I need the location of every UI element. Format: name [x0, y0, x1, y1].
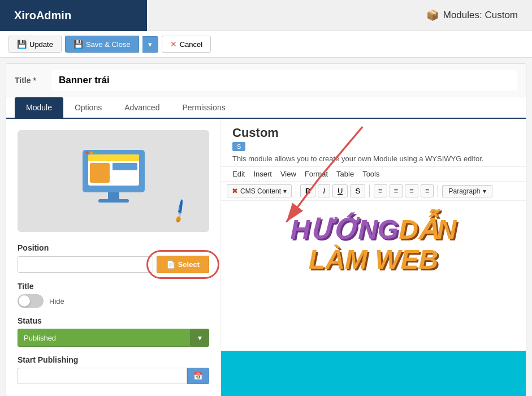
underline-button[interactable]: U: [332, 184, 348, 197]
banner-line2: LÀM WEB: [238, 245, 509, 275]
italic-button[interactable]: I: [318, 184, 330, 197]
align-left-button[interactable]: ≡: [374, 184, 387, 197]
position-input[interactable]: [18, 256, 153, 273]
banner-url: www.xiroweb.com: [323, 279, 423, 295]
align-justify-button[interactable]: ≡: [421, 184, 434, 197]
status-dropdown-button[interactable]: ▾: [191, 329, 209, 347]
menu-view[interactable]: View: [280, 170, 296, 178]
page-title: 📦 Modules: Custom: [426, 9, 518, 21]
banner-line1: HƯỚNGDẪN: [238, 215, 509, 245]
cms-content-dropdown[interactable]: ✖ CMS Content ▾: [227, 184, 292, 197]
tab-module[interactable]: Module: [15, 97, 63, 118]
menu-insert[interactable]: Insert: [253, 170, 272, 178]
status-section: Status Published ▾: [18, 316, 209, 347]
title-section: Title Hide: [18, 282, 209, 308]
editor-module-title: Custom: [232, 126, 514, 140]
start-publishing-input[interactable]: [18, 368, 187, 384]
editor-content-area[interactable]: HƯỚNGDẪN LÀM WEB www.xiroweb.com: [221, 201, 526, 396]
title-toggle[interactable]: [18, 294, 44, 308]
status-label: Status: [18, 316, 209, 325]
tab-permissions[interactable]: Permissions: [171, 97, 236, 118]
update-button[interactable]: 💾 Update: [8, 36, 62, 53]
joomla-icon: ✖: [232, 187, 238, 195]
tab-options[interactable]: Options: [63, 97, 113, 118]
cancel-icon: ✕: [170, 40, 177, 49]
svg-rect-5: [108, 192, 119, 199]
start-publishing-section: Start Publishing 📅: [18, 355, 209, 384]
save-dropdown-button[interactable]: ▾: [142, 36, 158, 53]
start-publishing-label: Start Publishing: [18, 355, 209, 364]
editor-subtitle-badge: S: [232, 142, 245, 151]
svg-rect-2: [88, 154, 139, 161]
menu-format[interactable]: Format: [305, 170, 328, 178]
position-label: Position: [18, 243, 209, 252]
cms-dropdown-icon: ▾: [283, 187, 287, 195]
strikethrough-button[interactable]: S: [350, 184, 365, 197]
align-right-button[interactable]: ≡: [405, 184, 418, 197]
modules-icon: 📦: [426, 9, 439, 21]
status-select[interactable]: Published: [18, 329, 191, 347]
file-icon: 📄: [166, 260, 175, 269]
save-icon: 💾: [17, 40, 27, 49]
title-input[interactable]: [51, 70, 517, 91]
editor-description: This module allows you to create your ow…: [221, 151, 526, 166]
cancel-button[interactable]: ✕ Cancel: [162, 36, 211, 53]
menu-edit[interactable]: Edit: [232, 170, 245, 178]
position-section: Position 📄 Select: [18, 243, 209, 273]
svg-rect-6: [98, 199, 129, 203]
brand-logo: XiroAdmin: [0, 9, 147, 22]
svg-rect-4: [113, 163, 137, 170]
menu-tools[interactable]: Tools: [362, 170, 379, 178]
align-center-button[interactable]: ≡: [390, 184, 403, 197]
bold-button[interactable]: B: [300, 184, 315, 197]
save-close-icon: 💾: [73, 40, 83, 49]
toggle-label: Hide: [49, 297, 64, 305]
svg-point-9: [94, 152, 97, 154]
save-close-button[interactable]: 💾 Save & Close: [65, 36, 139, 53]
title-section-label: Title: [18, 282, 209, 291]
menu-table[interactable]: Table: [336, 170, 354, 178]
select-button[interactable]: 📄 Select: [157, 256, 209, 273]
tab-advanced[interactable]: Advanced: [113, 97, 171, 118]
format-dropdown-icon: ▾: [483, 187, 486, 195]
svg-point-8: [90, 152, 93, 154]
module-preview: 🖌️: [18, 130, 209, 232]
svg-point-7: [85, 152, 88, 154]
svg-rect-3: [90, 163, 110, 183]
paragraph-format-dropdown[interactable]: Paragraph ▾: [442, 185, 492, 197]
calendar-button[interactable]: 📅: [187, 368, 209, 384]
title-label: Title *: [15, 76, 51, 85]
